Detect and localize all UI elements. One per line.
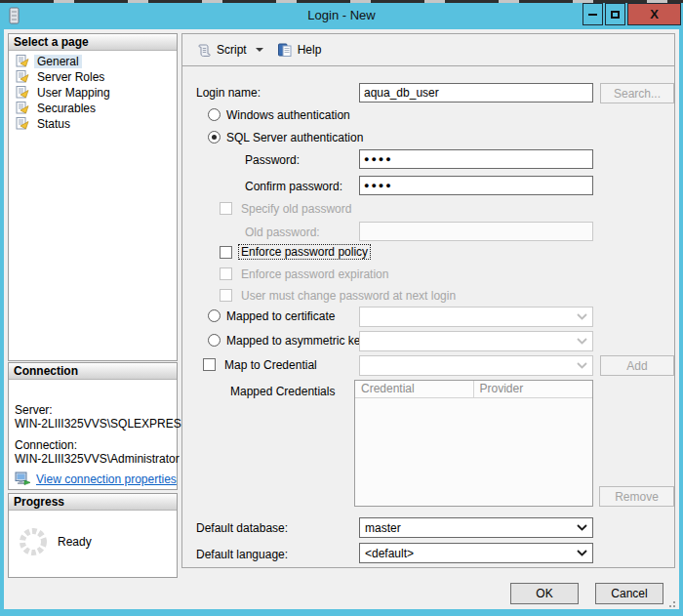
- sidebar-item-user-mapping[interactable]: User Mapping: [9, 85, 177, 100]
- enforce-password-policy-checkbox[interactable]: [220, 246, 232, 259]
- sidebar-item-label: User Mapping: [34, 86, 113, 100]
- remove-button: Remove: [599, 486, 674, 507]
- page-icon: [16, 70, 29, 83]
- map-to-credential-checkbox[interactable]: [203, 358, 216, 371]
- old-password-input: [359, 222, 593, 241]
- script-button[interactable]: Script: [192, 40, 267, 61]
- default-database-combobox[interactable]: master: [359, 517, 593, 538]
- sidebar-item-server-roles[interactable]: Server Roles: [9, 69, 177, 84]
- page-list: General Server Roles User Mapping Secura…: [9, 51, 177, 131]
- page-icon: [16, 86, 29, 99]
- mapped-to-certificate-radio[interactable]: [208, 309, 221, 322]
- minimize-icon: [588, 14, 597, 16]
- window-title: Login - New: [0, 8, 683, 22]
- default-language-label: Default language:: [196, 548, 288, 561]
- sidebar-item-securables[interactable]: Securables: [9, 101, 177, 115]
- view-connection-properties-link[interactable]: View connection properties: [36, 472, 177, 486]
- password-label: Password:: [245, 153, 300, 167]
- page-icon: [16, 55, 29, 67]
- help-icon: [277, 43, 293, 58]
- dialog-content: Select a page General Server Roles User …: [4, 29, 679, 609]
- sql-server-authentication-radio[interactable]: [208, 131, 221, 144]
- enforce-password-policy-label[interactable]: Enforce password policy: [239, 245, 370, 259]
- certificate-combobox: [359, 307, 593, 327]
- progress-spinner-icon: [18, 526, 49, 560]
- chevron-down-icon[interactable]: [256, 48, 263, 52]
- resize-grip[interactable]: [663, 595, 675, 607]
- default-database-label: Default database:: [196, 521, 288, 535]
- windows-authentication-radio[interactable]: [208, 108, 221, 121]
- chevron-down-icon[interactable]: [577, 550, 587, 556]
- connection-header: Connection: [9, 363, 177, 380]
- cancel-button[interactable]: Cancel: [595, 583, 663, 604]
- select-page-panel: Select a page General Server Roles User …: [8, 33, 178, 361]
- server-label: Server:: [15, 403, 53, 417]
- sidebar-item-status[interactable]: Status: [9, 116, 177, 131]
- sidebar-item-label: General: [34, 55, 82, 68]
- titlebar[interactable]: Login - New X: [0, 3, 683, 29]
- confirm-password-label: Confirm password:: [245, 180, 342, 193]
- enforce-password-expiration-label: Enforce password expiration: [241, 267, 388, 281]
- must-change-password-checkbox: [220, 289, 232, 302]
- chevron-down-icon[interactable]: [577, 524, 587, 531]
- table-header-row: Credential Provider: [355, 381, 592, 398]
- sql-server-authentication-label[interactable]: SQL Server authentication: [226, 131, 363, 144]
- search-button: Search...: [600, 83, 674, 103]
- specify-old-password-label: Specify old password: [241, 202, 351, 216]
- sidebar-item-general[interactable]: General: [9, 54, 177, 68]
- password-input[interactable]: [359, 149, 593, 169]
- server-value: WIN-2LIII325VVS\SQLEXPRESS: [15, 417, 189, 431]
- help-label: Help: [298, 43, 322, 57]
- mapped-credentials-table[interactable]: Credential Provider: [354, 380, 593, 507]
- script-icon: [196, 43, 212, 58]
- progress-status: Ready: [58, 535, 92, 549]
- credential-combobox: [359, 355, 593, 376]
- select-page-header: Select a page: [9, 34, 177, 51]
- mapped-to-certificate-label[interactable]: Mapped to certificate: [226, 309, 335, 323]
- connection-label: Connection:: [15, 438, 77, 452]
- minimize-button[interactable]: [583, 3, 603, 25]
- chevron-down-icon: [577, 313, 587, 320]
- default-language-combobox[interactable]: <default>: [359, 543, 593, 563]
- specify-old-password-checkbox: [220, 202, 232, 215]
- sidebar-item-label: Securables: [34, 102, 99, 115]
- chevron-down-icon: [577, 362, 587, 369]
- add-button: Add: [600, 355, 674, 376]
- connection-properties-icon: [15, 472, 31, 486]
- login-name-input[interactable]: [359, 83, 593, 103]
- sidebar-item-label: Status: [34, 117, 73, 131]
- default-language-value: <default>: [365, 547, 414, 560]
- asymmetric-key-combobox: [359, 331, 593, 351]
- default-database-value: master: [365, 521, 401, 535]
- map-to-credential-label[interactable]: Map to Credential: [224, 358, 317, 372]
- sidebar-item-label: Server Roles: [34, 70, 107, 84]
- maximize-icon: [611, 11, 620, 19]
- must-change-password-label: User must change password at next login: [241, 289, 456, 303]
- progress-header: Progress: [9, 494, 177, 511]
- connection-panel: Connection Server: WIN-2LIII325VVS\SQLEX…: [8, 362, 178, 490]
- page-icon: [16, 117, 29, 130]
- credential-column-header[interactable]: Credential: [355, 381, 474, 398]
- page-icon: [16, 102, 29, 114]
- mapped-credentials-label: Mapped Credentials: [230, 385, 335, 398]
- help-button[interactable]: Help: [273, 40, 326, 61]
- ok-button[interactable]: OK: [510, 583, 579, 604]
- close-icon: X: [650, 8, 659, 21]
- mapped-to-asymmetric-key-label[interactable]: Mapped to asymmetric key: [226, 334, 366, 348]
- old-password-label: Old password:: [245, 226, 320, 239]
- progress-panel: Progress Ready: [8, 493, 178, 578]
- provider-column-header[interactable]: Provider: [474, 381, 593, 398]
- script-label: Script: [217, 43, 247, 57]
- maximize-button[interactable]: [605, 3, 625, 25]
- login-name-label: Login name:: [196, 86, 261, 100]
- chevron-down-icon: [577, 338, 587, 345]
- toolbar: Script Help: [182, 34, 674, 66]
- close-button[interactable]: X: [627, 3, 681, 25]
- mapped-to-asymmetric-key-radio[interactable]: [208, 334, 221, 347]
- windows-authentication-label[interactable]: Windows authentication: [226, 108, 350, 122]
- connection-value: WIN-2LIII325VVS\Administrator: [15, 452, 180, 466]
- enforce-password-expiration-checkbox: [220, 267, 232, 280]
- confirm-password-input[interactable]: [359, 176, 593, 195]
- general-page-panel: Script Help Login name: Search... Window…: [181, 33, 675, 568]
- login-new-dialog: Login - New X Select a page General Serv…: [0, 0, 683, 616]
